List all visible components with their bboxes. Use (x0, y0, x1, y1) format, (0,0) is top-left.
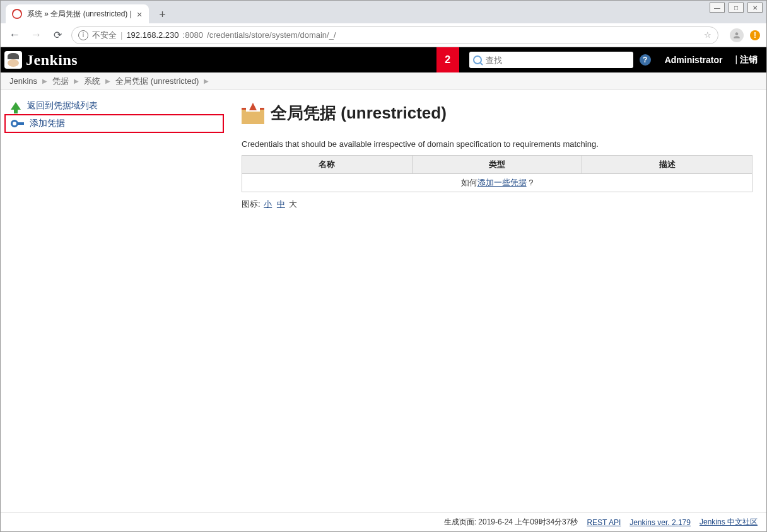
up-arrow-icon (11, 102, 21, 110)
profile-avatar-button[interactable] (730, 28, 744, 42)
empty-prefix: 如何 (461, 178, 477, 187)
person-icon (732, 31, 741, 40)
browser-tab-title: 系统 » 全局凭据 (unrestricted) | (27, 9, 132, 20)
icon-size-small[interactable]: 小 (264, 199, 272, 209)
breadcrumb-item[interactable]: 系统 (84, 76, 100, 87)
nav-forward-button[interactable]: → (28, 28, 44, 43)
icon-size-medium[interactable]: 中 (277, 199, 285, 209)
notification-count: 2 (445, 54, 450, 66)
url-port: :8080 (183, 30, 204, 40)
breadcrumb-item[interactable]: 凭据 (52, 76, 69, 87)
sidebar: 返回到凭据域列表 添加凭据 (1, 90, 228, 456)
window-close-button[interactable]: ✕ (747, 3, 763, 13)
jenkins-favicon-icon (12, 9, 22, 19)
breadcrumb-item[interactable]: Jenkins (9, 76, 37, 86)
breadcrumb: Jenkins ▶ 凭据 ▶ 系统 ▶ 全局凭据 (unrestricted) … (1, 72, 766, 90)
nav-back-button[interactable]: ← (7, 28, 22, 43)
sidebar-item-back-to-domains[interactable]: 返回到凭据域列表 (4, 98, 224, 114)
sidebar-item-label: 返回到凭据域列表 (27, 100, 98, 112)
page-footer: 生成页面: 2019-6-24 上午09时34分37秒 REST API Jen… (1, 512, 766, 531)
search-icon (473, 55, 482, 64)
breadcrumb-item[interactable]: 全局凭据 (unrestricted) (115, 76, 199, 87)
footer-generated: 生成页面: 2019-6-24 上午09时34分37秒 (444, 517, 578, 528)
chevron-right-icon: ▶ (204, 78, 209, 84)
icon-size-large: 大 (289, 199, 297, 209)
castle-icon (242, 101, 264, 124)
current-user-link[interactable]: Administrator (665, 55, 723, 65)
main-panel: 全局凭据 (unrestricted) Credentials that sho… (228, 90, 766, 456)
icon-size-selector: 图标: 小 中 大 (242, 199, 752, 210)
sidebar-item-add-credentials[interactable]: 添加凭据 (4, 114, 224, 133)
add-some-credentials-link[interactable]: 添加一些凭据 (477, 178, 527, 187)
empty-suffix: ? (527, 178, 534, 187)
address-bar[interactable]: i 不安全 | 192.168.2.230:8080/credentials/s… (71, 26, 718, 44)
new-tab-button[interactable]: + (154, 6, 172, 23)
bookmark-star-icon[interactable]: ☆ (704, 30, 711, 40)
chevron-right-icon: ▶ (74, 78, 79, 84)
key-icon (11, 120, 25, 127)
icon-size-label: 图标: (242, 199, 261, 209)
nav-reload-button[interactable]: ⟳ (50, 28, 65, 43)
tab-close-icon[interactable]: × (137, 9, 143, 19)
browser-menu-warning-icon[interactable]: ! (750, 30, 760, 40)
page-title-text: 全局凭据 (unrestricted) (271, 102, 447, 124)
page-description: Credentials that should be available irr… (242, 139, 752, 149)
site-info-icon[interactable]: i (78, 30, 88, 40)
jenkins-logo[interactable]: Jenkins (4, 51, 78, 69)
url-host: 192.168.2.230 (126, 30, 179, 40)
logout-link[interactable]: 注销 (735, 54, 758, 66)
table-empty-row: 如何添加一些凭据 ? (242, 174, 752, 192)
browser-tab[interactable]: 系统 » 全局凭据 (unrestricted) | × (6, 4, 149, 23)
jenkins-header: Jenkins 2 ? Administrator 注销 (1, 47, 766, 72)
browser-toolbar: ← → ⟳ i 不安全 | 192.168.2.230:8080/credent… (1, 23, 766, 47)
jenkins-logo-text: Jenkins (26, 52, 78, 69)
sidebar-item-label: 添加凭据 (30, 118, 65, 129)
table-header-name[interactable]: 名称 (242, 156, 413, 174)
table-header-type[interactable]: 类型 (412, 156, 582, 174)
footer-version-link[interactable]: Jenkins ver. 2.179 (629, 518, 691, 527)
browser-tab-strip: 系统 » 全局凭据 (unrestricted) | × + (1, 1, 766, 23)
help-icon[interactable]: ? (640, 54, 651, 66)
page-title: 全局凭据 (unrestricted) (242, 101, 752, 124)
page-body: 返回到凭据域列表 添加凭据 全局凭据 (unrestricted) Creden… (1, 90, 766, 456)
chevron-right-icon: ▶ (105, 78, 110, 84)
table-header-description[interactable]: 描述 (582, 156, 752, 174)
search-input[interactable] (484, 55, 629, 66)
credentials-table: 名称 类型 描述 如何添加一些凭据 ? (242, 155, 752, 192)
insecure-label: 不安全 (92, 30, 117, 41)
omnibox-divider: | (120, 30, 122, 40)
window-maximize-button[interactable]: □ (729, 3, 744, 13)
search-box[interactable] (469, 52, 633, 68)
jenkins-head-icon (4, 51, 22, 69)
footer-rest-api-link[interactable]: REST API (587, 518, 621, 527)
window-minimize-button[interactable]: — (710, 3, 725, 13)
chevron-right-icon: ▶ (42, 78, 47, 84)
notification-badge[interactable]: 2 (436, 47, 459, 72)
url-path: /credentials/store/system/domain/_/ (207, 30, 336, 40)
footer-community-link[interactable]: Jenkins 中文社区 (700, 517, 758, 528)
window-controls: — □ ✕ (706, 1, 766, 14)
